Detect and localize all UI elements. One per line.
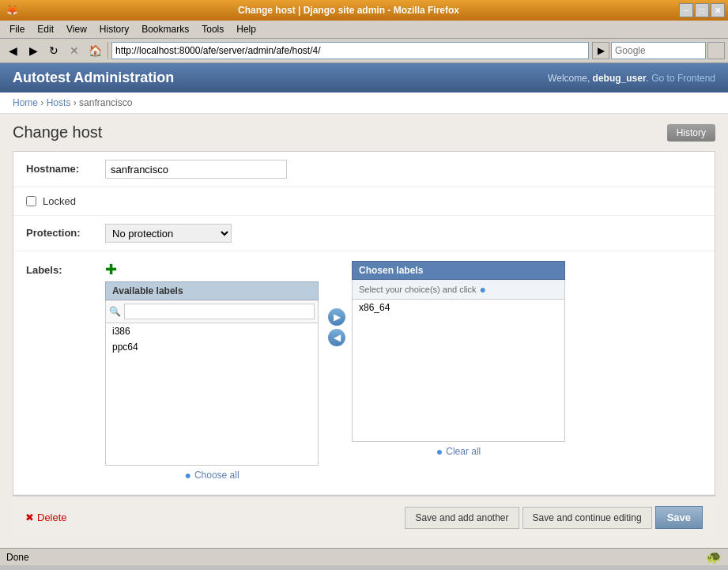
protection-select[interactable]: No protection Repair software only Repai… <box>105 224 232 243</box>
arrow-buttons: ▶ ◀ <box>325 308 349 346</box>
admin-title: Autotest Administration <box>13 70 174 86</box>
page-header: Change host History <box>13 123 715 142</box>
hostname-row: Hostname: <box>13 152 715 187</box>
labels-label: Labels: <box>26 261 105 276</box>
available-labels-box: Available labels 🔍 i386 ppc64 ● <box>105 281 319 485</box>
firefox-icon: 🦊 <box>6 5 18 16</box>
clear-all-btn[interactable]: ● Clear all <box>352 442 565 461</box>
protection-field: No protection Repair software only Repai… <box>105 224 702 243</box>
breadcrumb-hosts[interactable]: Hosts <box>47 97 71 108</box>
save-add-button[interactable]: Save and add another <box>405 507 519 529</box>
window-title: Change host | Django site admin - Mozill… <box>18 5 679 16</box>
locked-row: Locked <box>13 187 715 216</box>
username: debug_user <box>593 73 647 84</box>
protection-row: Protection: No protection Repair softwar… <box>13 216 715 251</box>
window-titlebar: 🦊 Change host | Django site admin - Mozi… <box>0 0 728 21</box>
home-btn[interactable]: 🏠 <box>85 41 104 60</box>
hostname-field <box>105 160 702 179</box>
save-continue-button[interactable]: Save and continue editing <box>522 507 652 529</box>
list-item[interactable]: ppc64 <box>106 339 318 355</box>
search-input[interactable] <box>611 42 706 59</box>
page-wrapper: Autotest Administration Welcome, debug_u… <box>0 63 728 548</box>
menu-help[interactable]: Help <box>230 22 262 36</box>
locked-checkbox[interactable] <box>26 196 36 206</box>
breadcrumb-home[interactable]: Home <box>13 97 38 108</box>
breadcrumb-current: sanfrancisco <box>79 97 132 108</box>
filter-input[interactable] <box>124 304 315 319</box>
breadcrumb: Home › Hosts › sanfrancisco <box>0 92 728 114</box>
chosen-subtitle-text: Select your choice(s) and click <box>359 285 477 294</box>
navigation-toolbar: ◀ ▶ ↻ ✕ 🏠 ▶ <box>0 39 728 63</box>
turtle-icon: 🐢 <box>706 549 722 564</box>
page-title: Change host <box>13 123 102 142</box>
choose-all-btn[interactable]: ● Choose all <box>105 466 319 485</box>
forward-btn[interactable]: ▶ <box>24 41 43 60</box>
stop-btn[interactable]: ✕ <box>65 41 84 60</box>
admin-header: Autotest Administration Welcome, debug_u… <box>0 63 728 92</box>
delete-label: Delete <box>37 511 67 523</box>
save-button[interactable]: Save <box>655 506 703 529</box>
menu-history[interactable]: History <box>93 22 135 36</box>
search-submit-btn[interactable] <box>707 42 725 59</box>
available-labels-list: i386 ppc64 <box>105 323 319 466</box>
choose-all-icon: ● <box>184 469 190 481</box>
action-buttons: Save and add another Save and continue e… <box>405 506 703 529</box>
chosen-title-text: Chosen labels <box>359 265 423 276</box>
menu-edit[interactable]: Edit <box>31 22 60 36</box>
menu-bookmarks[interactable]: Bookmarks <box>135 22 195 36</box>
toolbar-separator <box>108 42 108 59</box>
back-btn[interactable]: ◀ <box>3 41 22 60</box>
list-item[interactable]: i386 <box>106 323 318 339</box>
hostname-label: Hostname: <box>26 160 105 175</box>
choose-all-label: Choose all <box>194 470 240 481</box>
search-bar <box>611 42 725 59</box>
maximize-btn[interactable]: □ <box>695 3 709 17</box>
locked-label: Locked <box>43 195 76 207</box>
history-button[interactable]: History <box>667 124 715 142</box>
window-controls: ─ □ ✕ <box>679 3 725 17</box>
labels-row: Labels: ✚ Available labels 🔍 i38 <box>13 251 715 495</box>
close-btn[interactable]: ✕ <box>711 3 725 17</box>
breadcrumb-sep2: › <box>74 97 79 108</box>
address-bar: ▶ <box>111 42 609 59</box>
chosen-labels-list: x86_64 <box>352 300 565 442</box>
minimize-btn[interactable]: ─ <box>679 3 693 17</box>
address-input[interactable] <box>111 42 589 59</box>
chosen-add-icon: ● <box>480 283 486 296</box>
menubar: File Edit View History Bookmarks Tools H… <box>0 21 728 39</box>
status-text: Done <box>6 552 29 563</box>
frontend-link[interactable]: Go to Frontend <box>651 73 715 84</box>
clear-all-label: Clear all <box>446 446 481 457</box>
chosen-subtitle: Select your choice(s) and click ● <box>352 280 565 300</box>
chosen-labels-box: Chosen labels Select your choice(s) and … <box>352 261 565 461</box>
list-item[interactable]: x86_64 <box>353 300 564 315</box>
hostname-input[interactable] <box>105 160 287 179</box>
delete-button[interactable]: ✖ Delete <box>25 511 67 523</box>
admin-user-info: Welcome, debug_user. Go to Frontend <box>548 73 715 84</box>
move-right-btn[interactable]: ▶ <box>328 308 345 326</box>
chosen-labels-title: Chosen labels <box>352 261 565 280</box>
breadcrumb-sep1: › <box>40 97 46 108</box>
menu-file[interactable]: File <box>3 22 31 36</box>
add-label-btn[interactable]: ✚ <box>105 261 325 278</box>
main-content: Change host History Hostname: Locked Pro… <box>0 114 728 548</box>
menu-view[interactable]: View <box>60 22 93 36</box>
delete-icon: ✖ <box>25 511 34 523</box>
move-left-btn[interactable]: ◀ <box>328 329 345 346</box>
form-container: Hostname: Locked Protection: No protecti… <box>13 151 715 496</box>
protection-label: Protection: <box>26 224 105 239</box>
go-btn[interactable]: ▶ <box>592 42 609 59</box>
available-labels-title: Available labels <box>105 281 319 300</box>
status-bar: Done 🐢 <box>0 548 728 565</box>
welcome-text: Welcome, <box>548 73 590 84</box>
filter-search-icon: 🔍 <box>109 306 121 317</box>
labels-content: ✚ Available labels 🔍 i386 ppc64 <box>105 261 702 485</box>
refresh-btn[interactable]: ↻ <box>44 41 63 60</box>
menu-tools[interactable]: Tools <box>195 22 230 36</box>
form-footer: ✖ Delete Save and add another Save and c… <box>13 496 715 538</box>
clear-all-icon: ● <box>436 445 443 458</box>
search-filter: 🔍 <box>105 300 319 323</box>
